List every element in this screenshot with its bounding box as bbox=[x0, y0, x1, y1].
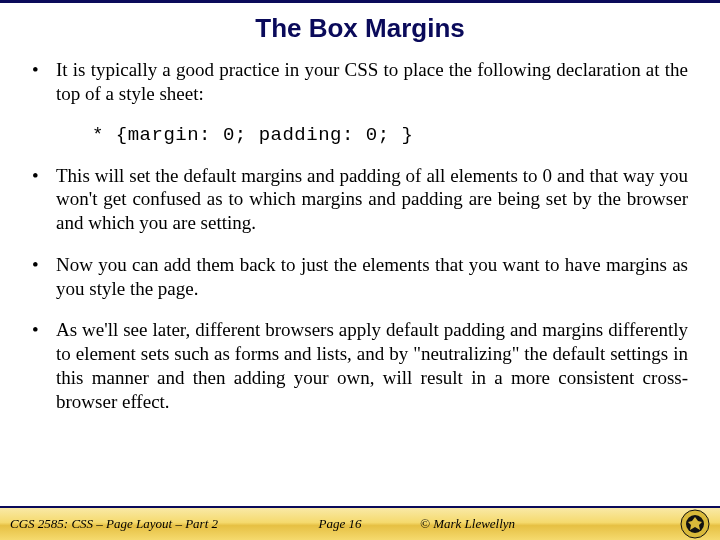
footer-course: CGS 2585: CSS – Page Layout – Part 2 bbox=[10, 516, 290, 532]
code-example: * {margin: 0; padding: 0; } bbox=[92, 124, 688, 146]
slide-content: It is typically a good practice in your … bbox=[0, 58, 720, 413]
slide-footer: CGS 2585: CSS – Page Layout – Part 2 Pag… bbox=[0, 506, 720, 540]
footer-author: © Mark Llewellyn bbox=[390, 516, 570, 532]
slide-title: The Box Margins bbox=[0, 13, 720, 44]
bullet-item: It is typically a good practice in your … bbox=[32, 58, 688, 106]
bullet-list-continued: This will set the default margins and pa… bbox=[32, 164, 688, 414]
bullet-item: As we'll see later, different browsers a… bbox=[32, 318, 688, 413]
ucf-logo-icon bbox=[680, 509, 710, 539]
bullet-list: It is typically a good practice in your … bbox=[32, 58, 688, 106]
bullet-item: This will set the default margins and pa… bbox=[32, 164, 688, 235]
footer-page: Page 16 bbox=[290, 516, 390, 532]
bullet-item: Now you can add them back to just the el… bbox=[32, 253, 688, 301]
top-rule bbox=[0, 0, 720, 3]
